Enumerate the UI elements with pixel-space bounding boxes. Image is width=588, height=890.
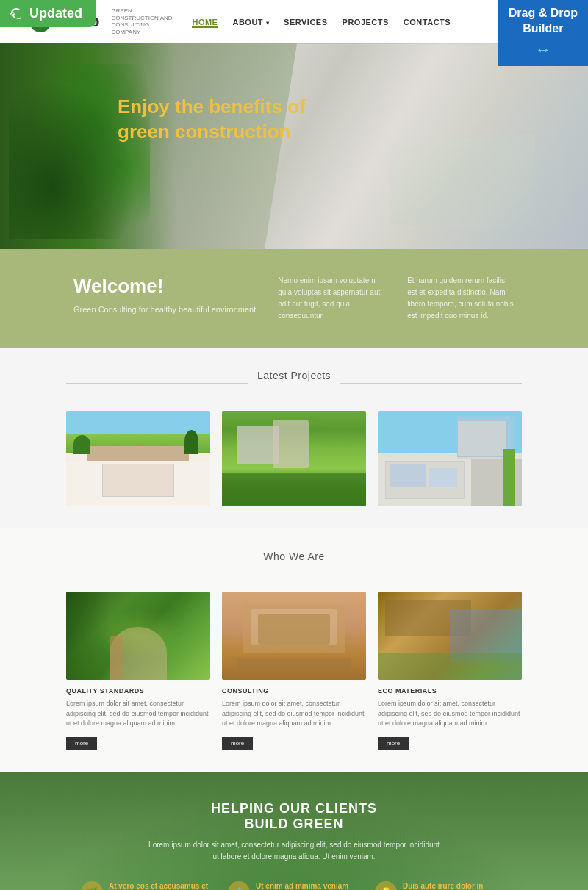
dnd-arrows-icon: ↔	[509, 40, 578, 61]
green-card-3-title: Duis aute irure dolor in reprehenderit i…	[403, 881, 507, 890]
project-card-3[interactable]	[378, 411, 522, 506]
project-grid	[66, 411, 522, 506]
eco-materials-label: ECO MATERIALS	[378, 687, 522, 695]
latest-projects-title: Latest Projects	[257, 370, 331, 381]
welcome-title: Welcome!	[74, 275, 256, 298]
eco-materials-text: Lorem ipsum dolor sit amet, consectetur …	[378, 699, 522, 729]
green-subtext: Lorem ipsum dolor sit amet, consectetur …	[147, 839, 441, 863]
project-card-2[interactable]	[222, 411, 366, 506]
feature-card-3: ECO MATERIALS Lorem ipsum dolor sit amet…	[378, 592, 522, 750]
dnd-line1: Drag & Drop	[509, 7, 578, 19]
welcome-left: Welcome! Green Consulting for healthy be…	[74, 275, 256, 316]
latest-projects-section: Latest Projects	[0, 348, 588, 528]
who-cards-grid: QUALITY STANDARDS Lorem ipsum dolor sit …	[66, 592, 522, 750]
consulting-label: CONSULTING	[222, 687, 366, 695]
nav-item-contacts[interactable]: CONTACTS	[404, 15, 451, 28]
who-we-are-title: Who We Are	[263, 550, 324, 562]
green-card-1-title: At vero eos et accusamus et iusto	[109, 881, 213, 890]
project-card-1[interactable]	[66, 411, 210, 506]
green-card-1: 🌿 At vero eos et accusamus et iusto Lore…	[81, 881, 213, 890]
green-card-2: 💧 Ut enim ad minima veniam quis nostrum …	[228, 881, 360, 890]
quality-standards-label: QUALITY STANDARDS	[66, 687, 210, 695]
quality-standards-more-btn[interactable]: more	[66, 737, 97, 750]
green-heading: HELPING OUR CLIENTS BUILD GREEN	[74, 801, 514, 832]
hero-section: Enjoy the benefits of green construction…	[0, 43, 588, 249]
green-icon-3: 💡	[375, 881, 397, 890]
welcome-text2: Et harum quidem rerum facilis est et exp…	[407, 275, 514, 322]
dnd-line2: Builder	[523, 22, 563, 35]
quality-standards-image	[66, 592, 210, 680]
feature-card-2: CONSULTING Lorem ipsum dolor sit amet, c…	[222, 592, 366, 750]
main-nav: HOME ABOUT ▾ SERVICES PROJECTS CONTACTS	[192, 15, 451, 28]
eco-materials-more-btn[interactable]: more	[378, 737, 409, 750]
dnd-badge: Drag & Drop Builder ↔	[498, 0, 588, 66]
updated-badge: Updated	[0, 0, 96, 27]
nav-item-services[interactable]: SERVICES	[284, 15, 327, 28]
who-we-are-section: Who We Are QUALITY STANDARDS Lorem ipsum…	[0, 528, 588, 772]
welcome-section: Welcome! Green Consulting for healthy be…	[0, 249, 588, 348]
eco-materials-image	[378, 592, 522, 680]
quality-standards-text: Lorem ipsum dolor sit amet, consectetur …	[66, 699, 210, 729]
nav-item-home[interactable]: HOME	[192, 15, 218, 28]
sync-icon	[9, 7, 24, 21]
green-icon-1: 🌿	[81, 881, 103, 890]
logo-tagline: GREEN CONSTRUCTION AND CONSULTING COMPAN…	[111, 7, 177, 35]
green-card-2-title: Ut enim ad minima veniam quis nostrum	[256, 881, 360, 890]
green-cards: 🌿 At vero eos et accusamus et iusto Lore…	[74, 881, 514, 890]
nav-item-projects[interactable]: PROJECTS	[343, 15, 389, 28]
hero-title: Enjoy the benefits of green construction	[118, 95, 338, 145]
green-card-3: 💡 Duis aute irure dolor in reprehenderit…	[375, 881, 507, 890]
green-section: HELPING OUR CLIENTS BUILD GREEN Lorem ip…	[0, 772, 588, 890]
nav-item-about[interactable]: ABOUT ▾	[232, 15, 269, 28]
feature-card-1: QUALITY STANDARDS Lorem ipsum dolor sit …	[66, 592, 210, 750]
consulting-more-btn[interactable]: more	[222, 737, 253, 750]
updated-label: Updated	[29, 6, 82, 21]
consulting-image	[222, 592, 366, 680]
consulting-text: Lorem ipsum dolor sit amet, consectetur …	[222, 699, 366, 729]
welcome-subtitle: Green Consulting for healthy beautiful e…	[74, 304, 256, 316]
welcome-text1: Nemo enim ipsam voluptatem quia voluptas…	[278, 275, 385, 322]
green-icon-2: 💧	[228, 881, 250, 890]
